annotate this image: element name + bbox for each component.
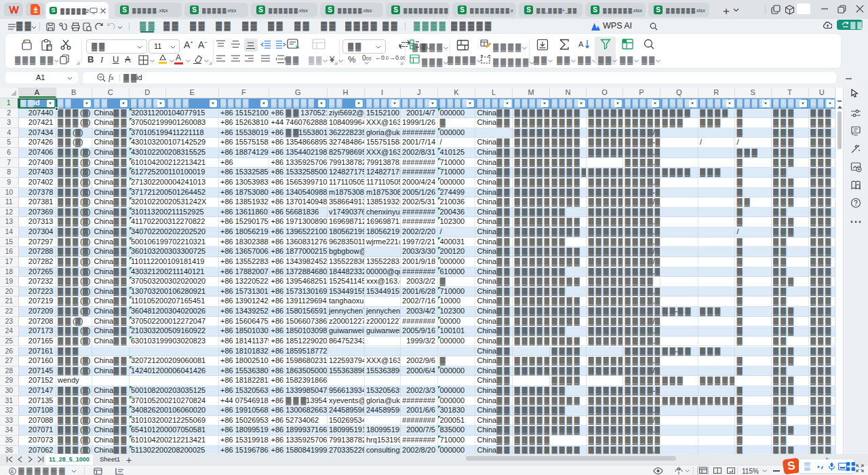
svg-text:A: A: [578, 40, 584, 48]
svg-text:&: &: [11, 469, 14, 474]
